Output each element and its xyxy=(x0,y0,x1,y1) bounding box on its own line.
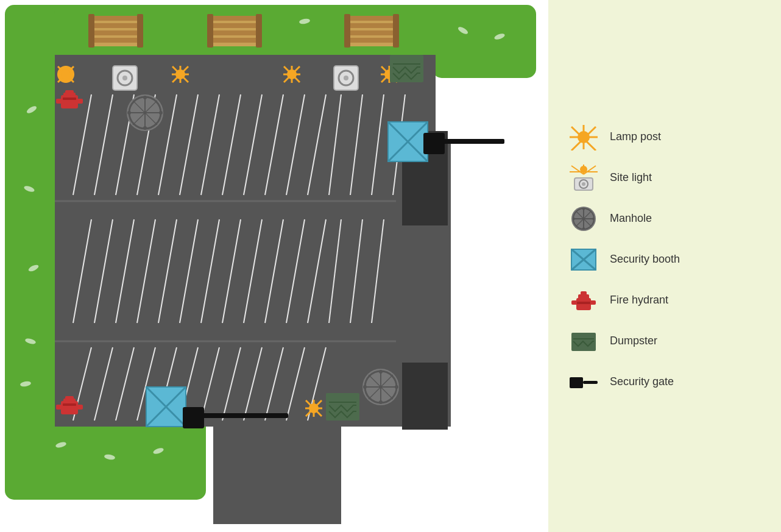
security-gate-label: Security gate xyxy=(610,375,674,388)
svg-rect-185 xyxy=(63,403,76,406)
legend-item-site-light: Site light xyxy=(567,164,763,191)
svg-point-164 xyxy=(363,385,367,389)
security-booth-label: Security booth xyxy=(610,253,680,266)
svg-rect-230 xyxy=(583,381,598,384)
site-light-1 xyxy=(113,66,137,90)
svg-point-152 xyxy=(143,96,147,99)
svg-rect-113 xyxy=(393,14,399,48)
legend-item-manhole: Manhole xyxy=(567,205,763,232)
svg-rect-190 xyxy=(423,133,445,154)
lamp-post-label: Lamp post xyxy=(610,130,661,143)
svg-point-214 xyxy=(582,227,585,230)
svg-rect-111 xyxy=(347,38,396,43)
svg-rect-223 xyxy=(581,291,587,296)
svg-rect-103 xyxy=(210,30,259,35)
svg-point-213 xyxy=(582,208,585,210)
svg-rect-95 xyxy=(91,23,140,28)
svg-rect-176 xyxy=(65,90,74,94)
svg-point-203 xyxy=(580,166,587,173)
manhole-1 xyxy=(127,94,163,131)
svg-rect-105 xyxy=(207,14,213,48)
svg-rect-177 xyxy=(56,99,62,104)
svg-rect-29 xyxy=(433,5,536,78)
svg-point-124 xyxy=(175,69,185,79)
svg-rect-102 xyxy=(210,23,259,28)
svg-rect-191 xyxy=(444,139,504,144)
legend-item-dumpster: Dumpster xyxy=(567,327,763,355)
svg-rect-104 xyxy=(210,38,259,43)
svg-point-162 xyxy=(379,370,383,374)
svg-rect-106 xyxy=(256,14,262,48)
site-light-label: Site light xyxy=(610,171,652,184)
fire-hydrant-label: Fire hydrant xyxy=(610,294,668,307)
security-gate-legend-icon xyxy=(567,368,600,395)
lamp-post-3 xyxy=(283,66,300,83)
security-booth-2 xyxy=(146,387,186,427)
svg-rect-183 xyxy=(56,405,62,410)
legend-item-security-booth: Security booth xyxy=(567,246,763,273)
svg-rect-226 xyxy=(577,302,590,304)
svg-point-163 xyxy=(379,400,383,404)
dumpster-label: Dumpster xyxy=(610,335,657,347)
svg-rect-94 xyxy=(91,16,140,21)
svg-point-142 xyxy=(122,76,127,80)
legend-panel: Lamp post Site light xyxy=(548,0,781,532)
svg-point-145 xyxy=(344,76,348,80)
svg-rect-182 xyxy=(65,396,74,400)
site-light-2 xyxy=(334,66,358,90)
svg-rect-192 xyxy=(183,407,204,428)
lamp-post-1 xyxy=(57,66,74,83)
svg-rect-179 xyxy=(63,98,76,100)
dumpster-legend-icon xyxy=(567,327,600,355)
svg-rect-42 xyxy=(55,55,436,88)
security-booth-1 xyxy=(388,122,428,161)
svg-rect-99 xyxy=(137,14,143,48)
svg-rect-178 xyxy=(77,99,83,104)
svg-point-119 xyxy=(61,69,71,79)
svg-rect-101 xyxy=(210,16,259,21)
svg-rect-97 xyxy=(91,38,140,43)
svg-point-198 xyxy=(578,131,590,143)
legend-item-fire-hydrant: Fire hydrant xyxy=(567,286,763,314)
svg-point-139 xyxy=(309,403,319,413)
legend-item-lamp-post: Lamp post xyxy=(567,123,763,151)
svg-rect-193 xyxy=(203,413,288,418)
svg-point-155 xyxy=(159,111,163,115)
svg-point-206 xyxy=(582,182,585,186)
svg-rect-98 xyxy=(88,14,94,48)
site-light-legend-icon xyxy=(567,164,600,191)
lamp-post-5 xyxy=(305,400,322,417)
lamp-post-2 xyxy=(172,66,189,83)
lamp-post-legend-icon xyxy=(567,123,600,151)
svg-point-165 xyxy=(395,385,398,389)
svg-rect-225 xyxy=(590,300,596,305)
svg-point-215 xyxy=(573,218,575,220)
legend-item-security-gate: Security gate xyxy=(567,368,763,395)
dumpster-1 xyxy=(390,55,423,82)
svg-point-216 xyxy=(592,218,595,220)
manhole-label: Manhole xyxy=(610,212,652,225)
fire-hydrant-legend-icon xyxy=(567,286,600,314)
dumpster-2 xyxy=(326,393,359,420)
manhole-legend-icon xyxy=(567,205,600,232)
svg-point-153 xyxy=(143,126,147,130)
svg-rect-46 xyxy=(402,363,448,430)
svg-rect-109 xyxy=(347,23,396,28)
svg-rect-108 xyxy=(347,16,396,21)
svg-rect-184 xyxy=(77,405,83,410)
security-booth-legend-icon xyxy=(567,246,600,273)
svg-rect-47 xyxy=(213,427,341,524)
svg-rect-229 xyxy=(570,377,583,388)
svg-rect-96 xyxy=(91,30,140,35)
svg-point-154 xyxy=(127,111,131,115)
map-area xyxy=(0,0,548,532)
svg-point-129 xyxy=(287,69,297,79)
svg-rect-112 xyxy=(344,14,350,48)
svg-rect-110 xyxy=(347,30,396,35)
manhole-2 xyxy=(362,369,399,405)
svg-rect-224 xyxy=(571,300,578,305)
